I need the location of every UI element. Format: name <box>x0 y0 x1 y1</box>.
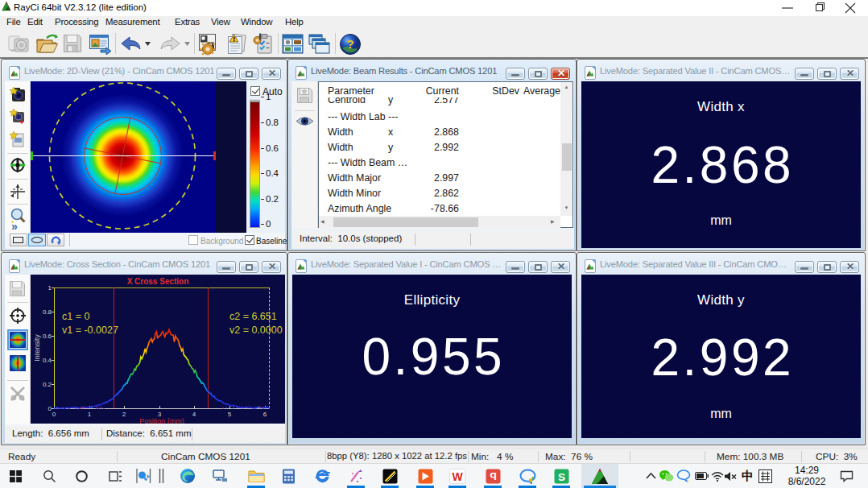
svg-text:W: W <box>452 469 463 482</box>
svg-text:P: P <box>490 471 496 482</box>
svg-text:S: S <box>557 470 564 482</box>
svg-text:?: ? <box>346 37 353 51</box>
